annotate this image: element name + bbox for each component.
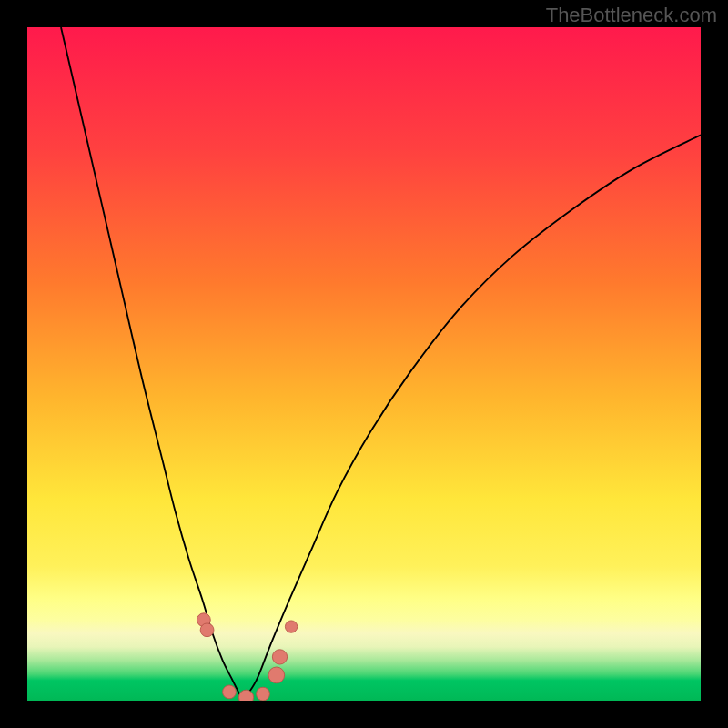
watermark-text: TheBottleneck.com [546,4,717,27]
data-markers [197,613,297,701]
data-marker [285,621,297,632]
data-marker [268,667,285,683]
data-marker [257,687,270,701]
data-marker [272,650,287,664]
left-branch-curve [61,27,243,701]
data-marker [200,623,214,637]
data-marker [223,685,237,699]
chart-svg [27,27,701,701]
right-branch-curve [243,135,701,701]
data-marker [238,690,253,701]
chart-container: TheBottleneck.com [0,0,728,728]
